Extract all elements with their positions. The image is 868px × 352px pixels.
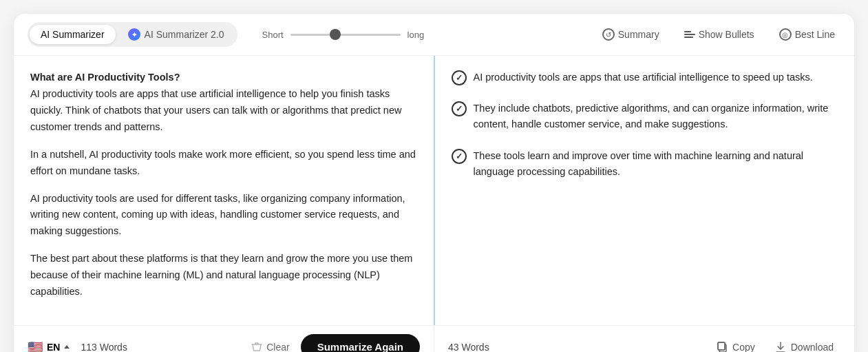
bullet-item-3: These tools learn and improve over time … [452, 148, 838, 180]
bullet-text-2: They include chatbots, predictive algori… [474, 101, 838, 132]
bullets-label: Show Bullets [699, 29, 754, 40]
copy-button[interactable]: Copy [709, 337, 762, 352]
length-slider[interactable] [290, 34, 401, 36]
left-paragraph-2: In a nutshell, AI productivity tools mak… [30, 147, 417, 180]
app-container: AI Summarizer ✦ AI Summarizer 2.0 Short … [14, 14, 854, 352]
bottom-right: 43 Words Copy Download [434, 329, 854, 352]
download-button[interactable]: Download [768, 337, 840, 352]
summary-label: Summary [618, 29, 659, 40]
check-icon-2 [452, 101, 467, 116]
toolbar: AI Summarizer ✦ AI Summarizer 2.0 Short … [14, 14, 854, 56]
bottom-bar: 🇺🇸 EN 113 Words Clear Summarize Again 43… [14, 325, 854, 352]
right-word-count: 43 Words [448, 342, 489, 352]
left-paragraph-3: AI productivity tools are used for diffe… [30, 191, 417, 240]
right-panel: AI productivity tools are apps that use … [435, 56, 855, 325]
left-word-count: 113 Words [81, 342, 127, 352]
bottom-left: 🇺🇸 EN 113 Words Clear Summarize Again [14, 326, 434, 352]
tab-group: AI Summarizer ✦ AI Summarizer 2.0 [28, 22, 237, 47]
ai2-icon: ✦ [128, 28, 140, 41]
bullet-item-2: They include chatbots, predictive algori… [452, 101, 838, 132]
bestline-label: Best Line [795, 29, 835, 40]
flag-icon: 🇺🇸 [28, 340, 43, 352]
clear-label: Clear [266, 342, 289, 352]
left-paragraph-1: What are AI Productivity Tools? AI produ… [30, 70, 417, 136]
bullets-icon [684, 31, 695, 38]
tab-ai-summarizer-2[interactable]: ✦ AI Summarizer 2.0 [117, 24, 235, 45]
bestline-icon: ◎ [779, 28, 792, 41]
language-label: EN [47, 342, 60, 352]
check-icon-3 [452, 149, 467, 164]
tab-ai-summarizer[interactable]: AI Summarizer [30, 25, 116, 44]
copy-icon [716, 341, 728, 352]
language-selector[interactable]: 🇺🇸 EN [28, 340, 70, 352]
bullet-text-1: AI productivity tools are apps that use … [474, 70, 813, 85]
copy-label: Copy [732, 342, 755, 352]
download-label: Download [791, 342, 834, 352]
clear-icon [251, 342, 262, 352]
bullet-text-3: These tools learn and improve over time … [474, 148, 838, 180]
main-content: What are AI Productivity Tools? AI produ… [14, 56, 854, 325]
left-panel: What are AI Productivity Tools? AI produ… [14, 56, 435, 325]
bullet-item-1: AI productivity tools are apps that use … [452, 70, 838, 85]
summary-icon: ↺ [602, 28, 615, 41]
tab2-label: AI Summarizer 2.0 [145, 29, 224, 40]
slider-short-label: Short [262, 30, 284, 40]
length-slider-container: Short long [262, 30, 425, 40]
toolbar-right: ↺ Summary Show Bullets ◎ Best Line [597, 25, 840, 43]
check-icon-1 [452, 70, 467, 85]
best-line-button[interactable]: ◎ Best Line [774, 25, 840, 43]
slider-long-label: long [407, 30, 425, 40]
caret-up-icon [64, 345, 70, 349]
summary-button[interactable]: ↺ Summary [597, 25, 665, 43]
svg-rect-1 [718, 342, 725, 350]
download-icon [774, 341, 787, 352]
show-bullets-button[interactable]: Show Bullets [679, 26, 760, 43]
clear-button[interactable]: Clear [251, 342, 289, 352]
left-paragraph-4: The best part about these platforms is t… [30, 251, 417, 300]
summarize-again-button[interactable]: Summarize Again [301, 334, 420, 352]
